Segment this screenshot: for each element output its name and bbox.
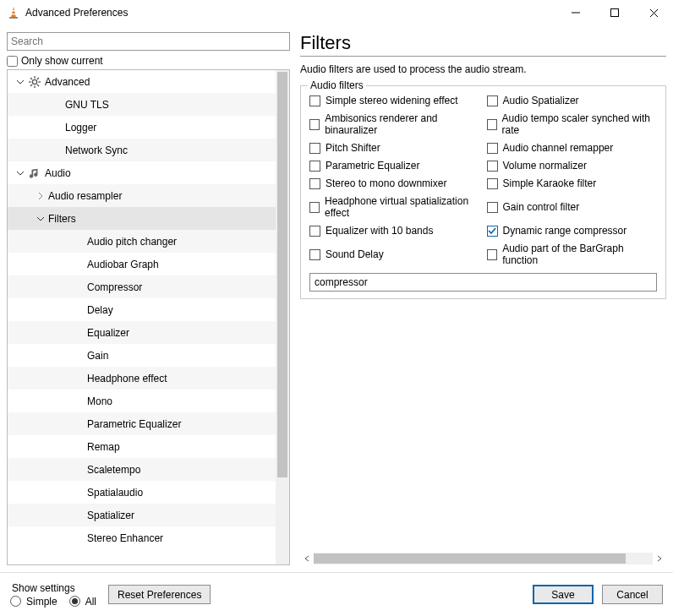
filter-checkbox[interactable]: Headphone virtual spatialization effect [309, 195, 480, 219]
svg-line-16 [30, 84, 32, 86]
checkbox-unchecked-icon[interactable] [487, 202, 498, 213]
only-show-current-checkbox[interactable]: Only show current [7, 55, 290, 67]
filter-checkbox-label: Audio part of the BarGraph function [502, 243, 657, 266]
filter-checkbox-label: Simple stereo widening effect [326, 95, 458, 106]
chevron-down-icon[interactable] [35, 213, 47, 225]
filter-checkbox-label: Audio Spatializer [503, 95, 579, 106]
tree-item[interactable]: Filters [8, 207, 276, 230]
scroll-thumb[interactable] [314, 553, 626, 564]
tree-item[interactable]: Equalizer [8, 321, 276, 344]
filter-checkbox[interactable]: Audio Spatializer [487, 95, 658, 106]
scroll-left-icon[interactable] [300, 552, 314, 565]
close-button[interactable] [634, 0, 673, 25]
tree-scroll-thumb[interactable] [277, 72, 287, 477]
filter-checkbox-label: Headphone virtual spatialization effect [325, 195, 480, 219]
tree-item[interactable]: Spatialaudio [8, 481, 276, 504]
svg-rect-2 [12, 14, 16, 14]
tree-item[interactable]: Audiobar Graph [8, 253, 276, 275]
filter-checkbox[interactable]: Dynamic range compressor [487, 225, 658, 237]
checkbox-unchecked-icon[interactable] [309, 202, 320, 213]
tree-item[interactable]: Spatializer [8, 504, 276, 526]
filter-checkbox[interactable]: Equalizer with 10 bands [309, 225, 480, 237]
tree-item[interactable]: Logger [8, 116, 276, 139]
chevron-right-icon[interactable] [35, 190, 47, 202]
filter-checkbox[interactable]: Audio part of the BarGraph function [487, 243, 658, 266]
tree-item[interactable]: Delay [8, 298, 276, 321]
filter-checkbox[interactable]: Audio channel remapper [487, 142, 658, 154]
tree-item[interactable]: Compressor [8, 275, 276, 298]
filter-checkbox[interactable]: Pitch Shifter [309, 142, 480, 154]
chevron-down-icon[interactable] [14, 76, 26, 88]
checkbox-unchecked-icon[interactable] [309, 226, 320, 237]
chevron-down-icon[interactable] [14, 167, 26, 179]
search-input[interactable] [7, 32, 290, 51]
filter-checkbox[interactable]: Gain control filter [487, 195, 658, 219]
tree-item[interactable]: Remap [8, 435, 276, 458]
filter-checkbox[interactable]: Audio tempo scaler synched with rate [487, 112, 658, 136]
right-pane: Filters Audio filters are used to proces… [290, 32, 666, 565]
scroll-track[interactable] [314, 553, 653, 564]
filter-checkbox[interactable]: Parametric Equalizer [309, 160, 480, 172]
cancel-button[interactable]: Cancel [602, 585, 663, 604]
spacer [52, 144, 63, 156]
filter-checkbox[interactable]: Sound Delay [309, 243, 480, 266]
filter-checkbox-label: Ambisonics renderer and binauralizer [325, 112, 479, 136]
tree-item[interactable]: Scaletempo [8, 458, 276, 481]
checkbox-unchecked-icon[interactable] [309, 249, 320, 260]
tree-item[interactable]: Gain [8, 344, 276, 367]
checkbox-unchecked-icon[interactable] [309, 119, 320, 130]
svg-line-14 [37, 84, 39, 86]
filter-checkbox-label: Volume normalizer [503, 160, 587, 172]
filter-text-input[interactable] [309, 273, 657, 292]
checkbox-unchecked-icon[interactable] [487, 161, 498, 172]
filter-checkbox-label: Simple Karaoke filter [503, 177, 597, 189]
minimize-button[interactable] [556, 0, 595, 25]
bottom-bar: Show settings Simple All Reset Preferenc… [0, 572, 673, 616]
checkbox-checked-icon[interactable] [487, 226, 498, 237]
tree-item[interactable]: Audio resampler [8, 184, 276, 207]
only-show-current-input[interactable] [7, 56, 18, 67]
checkbox-unchecked-icon[interactable] [309, 95, 320, 106]
tree-item[interactable]: Mono [8, 390, 276, 412]
tree-item[interactable]: Advanced [8, 70, 276, 93]
checkbox-unchecked-icon[interactable] [487, 119, 497, 130]
checkbox-unchecked-icon[interactable] [487, 249, 498, 260]
checkbox-unchecked-icon[interactable] [309, 178, 320, 189]
filter-checkbox-label: Audio tempo scaler synched with rate [502, 112, 657, 136]
checkbox-unchecked-icon[interactable] [309, 161, 320, 172]
tree-item[interactable]: Parametric Equalizer [8, 412, 276, 435]
right-horizontal-scrollbar[interactable] [300, 552, 666, 565]
tree-item[interactable]: GNU TLS [8, 93, 276, 116]
tree-item[interactable]: Stereo Enhancer [8, 526, 276, 549]
tree-item[interactable]: Audio pitch changer [8, 230, 276, 253]
tree-vertical-scrollbar[interactable] [276, 70, 289, 564]
filter-checkbox[interactable]: Simple stereo widening effect [309, 95, 480, 106]
checkbox-unchecked-icon[interactable] [487, 95, 498, 106]
filter-checkbox-label: Parametric Equalizer [326, 160, 419, 172]
filter-checkbox[interactable]: Volume normalizer [487, 160, 658, 172]
spacer [74, 350, 85, 362]
checkbox-unchecked-icon[interactable] [309, 143, 320, 154]
filter-checkbox[interactable]: Stereo to mono downmixer [309, 177, 480, 189]
filter-checkbox[interactable]: Simple Karaoke filter [487, 177, 658, 189]
reset-preferences-button[interactable]: Reset Preferences [108, 585, 211, 604]
checkbox-unchecked-icon[interactable] [487, 178, 498, 189]
save-button[interactable]: Save [533, 585, 594, 604]
spacer [74, 236, 85, 248]
scroll-right-icon[interactable] [653, 552, 666, 565]
tree-item-label: Spatializer [87, 510, 134, 521]
tree-item[interactable]: Headphone effect [8, 367, 276, 390]
spacer [52, 122, 63, 134]
svg-marker-0 [11, 7, 16, 18]
filter-checkbox-label: Gain control filter [503, 201, 580, 213]
svg-line-15 [37, 78, 39, 79]
audio-icon [28, 166, 41, 180]
radio-simple[interactable] [10, 596, 21, 607]
filter-checkbox[interactable]: Ambisonics renderer and binauralizer [309, 112, 480, 136]
radio-all[interactable] [69, 596, 80, 607]
checkbox-unchecked-icon[interactable] [487, 143, 498, 154]
maximize-button[interactable] [595, 0, 634, 25]
tree-item[interactable]: Network Sync [8, 139, 276, 161]
radio-simple-label: Simple [26, 596, 57, 608]
tree-item[interactable]: Audio [8, 161, 276, 184]
